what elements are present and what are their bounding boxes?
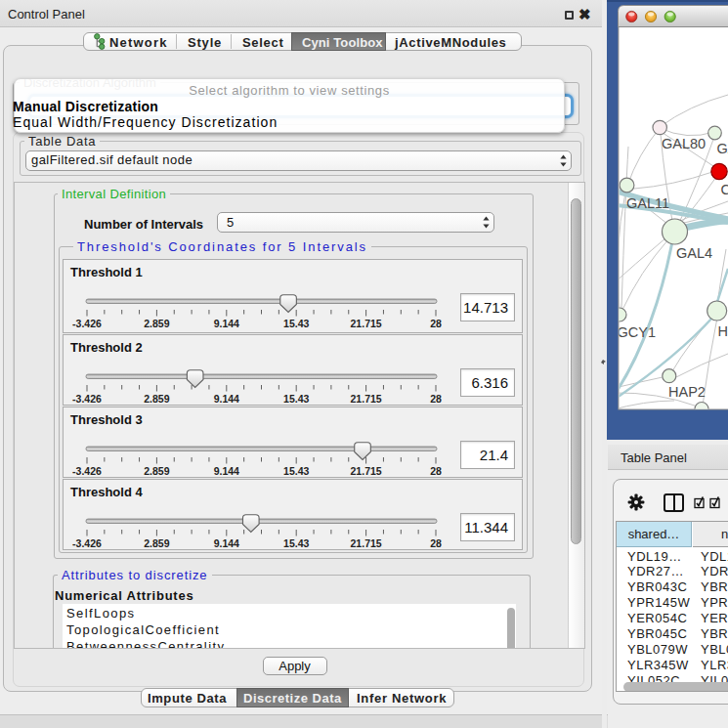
svg-text:9.144: 9.144 [214, 318, 239, 329]
svg-text:HIS: HIS [718, 323, 728, 339]
svg-text:2.859: 2.859 [144, 465, 169, 477]
svg-text:15.43: 15.43 [283, 537, 309, 549]
svg-text:GAL80: GAL80 [662, 136, 706, 151]
svg-text:15.43: 15.43 [283, 465, 309, 477]
svg-text:-3.426: -3.426 [72, 393, 102, 405]
svg-text:2.859: 2.859 [144, 393, 169, 405]
svg-text:15.43: 15.43 [283, 393, 309, 405]
svg-text:GAL11: GAL11 [626, 195, 669, 211]
svg-text:28: 28 [430, 393, 442, 405]
svg-text:9.144: 9.144 [214, 465, 239, 477]
svg-text:-3.426: -3.426 [72, 537, 102, 549]
svg-text:GAL4: GAL4 [676, 245, 712, 261]
svg-text:-3.426: -3.426 [72, 318, 102, 329]
svg-text:28: 28 [430, 537, 442, 549]
svg-text:15.43: 15.43 [283, 318, 309, 329]
svg-text:21.715: 21.715 [351, 393, 382, 405]
svg-text:9.144: 9.144 [214, 537, 239, 549]
svg-text:28: 28 [430, 465, 442, 477]
svg-text:9.144: 9.144 [214, 393, 239, 405]
svg-text:CD: CD [721, 182, 728, 197]
svg-text:2.859: 2.859 [144, 318, 169, 329]
svg-text:GCY1: GCY1 [618, 324, 657, 340]
svg-text:HAP2: HAP2 [668, 384, 706, 400]
svg-text:2.859: 2.859 [144, 537, 169, 549]
svg-text:28: 28 [430, 318, 442, 329]
svg-text:GA: GA [717, 141, 728, 156]
svg-text:21.715: 21.715 [351, 537, 382, 549]
svg-text:21.715: 21.715 [351, 318, 382, 329]
svg-text:-3.426: -3.426 [72, 465, 102, 477]
svg-text:21.715: 21.715 [351, 465, 382, 477]
